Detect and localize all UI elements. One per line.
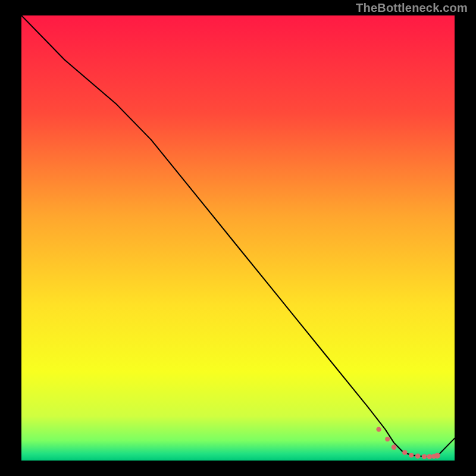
marker-dot [415,453,421,459]
marker-dot [422,454,427,459]
gradient-fill [21,15,455,461]
chart-frame: TheBottleneck.com [0,0,476,476]
marker-dot [385,437,390,441]
chart-svg [21,15,455,461]
marker-dot [392,444,397,450]
marker-dot [402,450,407,455]
marker-dot [376,427,381,431]
marker-dot [409,453,414,458]
plot-area [21,15,455,461]
marker-dot [434,453,440,459]
watermark-label: TheBottleneck.com [356,1,468,15]
marker-dot [427,454,432,459]
